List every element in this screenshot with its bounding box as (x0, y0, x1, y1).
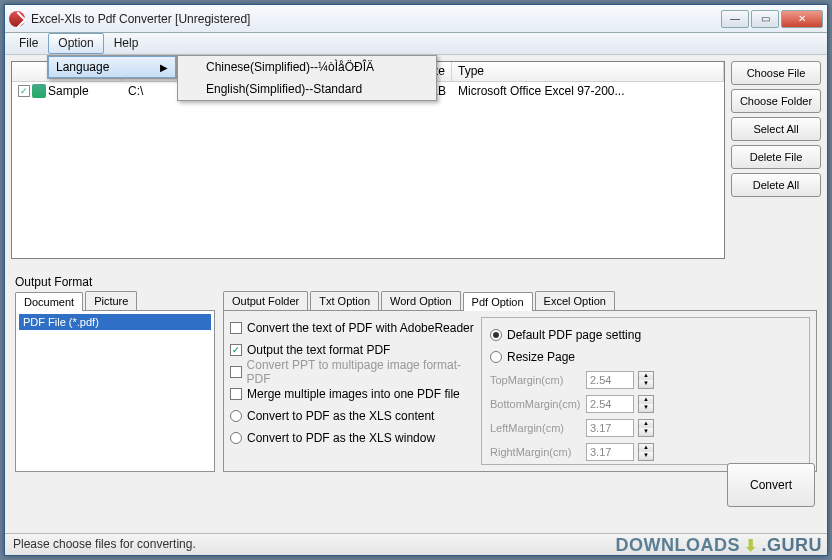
spin-bottom[interactable]: ▲▼ (638, 395, 654, 413)
chk-output-text[interactable] (230, 344, 242, 356)
format-pdf-item[interactable]: PDF File (*.pdf) (19, 314, 211, 330)
chk-adobe[interactable] (230, 322, 242, 334)
lbl-window: Convert to PDF as the XLS window (247, 431, 435, 445)
side-buttons: Choose File Choose Folder Select All Del… (731, 61, 821, 259)
format-panel: Document Picture PDF File (*.pdf) (15, 291, 215, 472)
option-submenu: Language ▶ (47, 55, 177, 79)
lbl-merge: Merge multiple images into one PDF file (247, 387, 460, 401)
xls-icon (32, 84, 46, 98)
tab-document[interactable]: Document (15, 292, 83, 311)
lbl-left-margin: LeftMargin(cm) (490, 422, 582, 434)
tab-excel-option[interactable]: Excel Option (535, 291, 615, 310)
menu-option[interactable]: Option (48, 33, 103, 54)
titlebar: Excel-Xls to Pdf Converter [Unregistered… (5, 5, 827, 33)
submenu-language-label: Language (56, 60, 109, 74)
download-icon: ⬇ (744, 536, 758, 555)
watermark-brand: DOWNLOADS (616, 535, 741, 556)
spin-right[interactable]: ▲▼ (638, 443, 654, 461)
radio-default-page[interactable] (490, 329, 502, 341)
radio-resize-page[interactable] (490, 351, 502, 363)
lbl-default-page: Default PDF page setting (507, 328, 641, 342)
submenu-language[interactable]: Language ▶ (48, 56, 176, 78)
delete-all-button[interactable]: Delete All (731, 173, 821, 197)
col-type[interactable]: Type (452, 62, 724, 81)
row-checkbox[interactable]: ✓ (18, 85, 30, 97)
body: Fi Size Type ✓ Sample C:\ 14KB Microsoft… (5, 55, 827, 478)
radio-window[interactable] (230, 432, 242, 444)
pdf-option-body: Convert the text of PDF with AdobeReader… (223, 310, 817, 472)
lbl-ppt: Convert PPT to multipage image format-PD… (247, 358, 475, 386)
tab-pdf-option[interactable]: Pdf Option (463, 292, 533, 311)
lbl-content: Convert to PDF as the XLS content (247, 409, 434, 423)
convert-button[interactable]: Convert (727, 463, 815, 507)
app-window: Excel-Xls to Pdf Converter [Unregistered… (4, 4, 828, 556)
menu-file[interactable]: File (9, 33, 48, 54)
window-title: Excel-Xls to Pdf Converter [Unregistered… (31, 12, 721, 26)
file-type: Microsoft Office Excel 97-200... (452, 83, 724, 99)
radio-content[interactable] (230, 410, 242, 422)
select-all-button[interactable]: Select All (731, 117, 821, 141)
input-left-margin[interactable] (586, 419, 634, 437)
input-top-margin[interactable] (586, 371, 634, 389)
lbl-right-margin: RightMargin(cm) (490, 446, 582, 458)
watermark: DOWNLOADS ⬇ .GURU (616, 535, 823, 556)
delete-file-button[interactable]: Delete File (731, 145, 821, 169)
tab-txt-option[interactable]: Txt Option (310, 291, 379, 310)
tab-word-option[interactable]: Word Option (381, 291, 461, 310)
lbl-bottom-margin: BottomMargin(cm) (490, 398, 582, 410)
tab-picture[interactable]: Picture (85, 291, 137, 310)
menu-help[interactable]: Help (104, 33, 149, 54)
lang-english[interactable]: English(Simplified)--Standard (178, 78, 436, 100)
minimize-button[interactable]: — (721, 10, 749, 28)
input-bottom-margin[interactable] (586, 395, 634, 413)
chevron-right-icon: ▶ (160, 62, 168, 73)
output-format-label: Output Format (11, 271, 821, 291)
lang-chinese[interactable]: Chinese(Simplified)--¼òÌåÖÐÎÄ (178, 56, 436, 78)
lbl-top-margin: TopMargin(cm) (490, 374, 582, 386)
chk-ppt (230, 366, 242, 378)
maximize-button[interactable]: ▭ (751, 10, 779, 28)
window-controls: — ▭ ✕ (721, 10, 823, 28)
app-icon (9, 11, 25, 27)
file-name: Sample (48, 84, 89, 98)
menubar: File Option Help (5, 33, 827, 55)
lbl-resize-page: Resize Page (507, 350, 575, 364)
lbl-output-text: Output the text format PDF (247, 343, 390, 357)
options-panel: Output Folder Txt Option Word Option Pdf… (223, 291, 817, 472)
lbl-adobe: Convert the text of PDF with AdobeReader (247, 321, 474, 335)
format-list[interactable]: PDF File (*.pdf) (15, 310, 215, 472)
close-button[interactable]: ✕ (781, 10, 823, 28)
choose-file-button[interactable]: Choose File (731, 61, 821, 85)
spin-left[interactable]: ▲▼ (638, 419, 654, 437)
chk-merge[interactable] (230, 388, 242, 400)
spin-top[interactable]: ▲▼ (638, 371, 654, 389)
tab-output-folder[interactable]: Output Folder (223, 291, 308, 310)
language-submenu: Chinese(Simplified)--¼òÌåÖÐÎÄ English(Si… (177, 55, 437, 101)
watermark-suffix: .GURU (762, 535, 823, 556)
choose-folder-button[interactable]: Choose Folder (731, 89, 821, 113)
input-right-margin[interactable] (586, 443, 634, 461)
